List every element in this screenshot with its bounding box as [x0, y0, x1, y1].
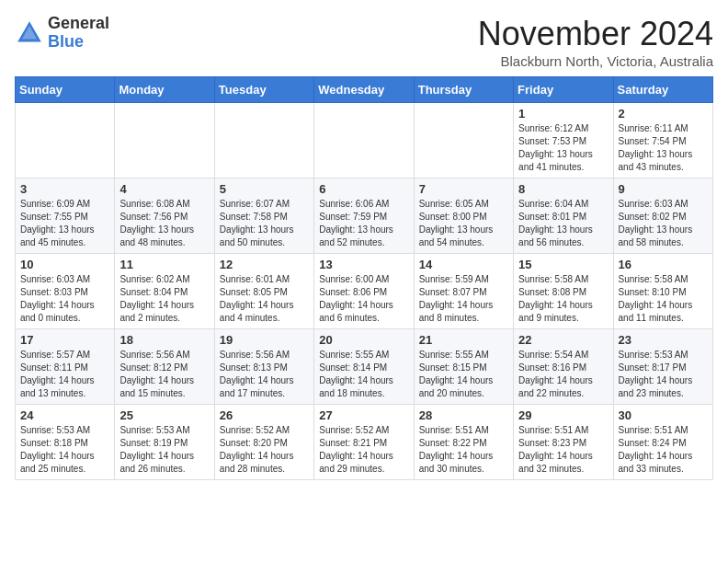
logo-text: General Blue [48, 15, 109, 52]
calendar-cell [314, 103, 414, 178]
day-number: 18 [119, 333, 209, 347]
calendar-body: 1Sunrise: 6:12 AM Sunset: 7:53 PM Daylig… [16, 103, 713, 480]
day-number: 13 [319, 258, 408, 271]
logo-general: General [48, 14, 109, 32]
calendar-cell: 18Sunrise: 5:56 AM Sunset: 8:12 PM Dayli… [115, 329, 214, 405]
calendar-week-row: 1Sunrise: 6:12 AM Sunset: 7:53 PM Daylig… [16, 103, 713, 178]
day-number: 14 [419, 258, 508, 271]
day-info: Sunrise: 5:56 AM Sunset: 8:12 PM Dayligh… [119, 349, 209, 400]
day-number: 4 [119, 182, 209, 196]
day-number: 1 [518, 107, 608, 121]
day-info: Sunrise: 6:01 AM Sunset: 8:05 PM Dayligh… [220, 273, 309, 325]
day-number: 25 [119, 408, 209, 422]
calendar-cell: 15Sunrise: 5:58 AM Sunset: 8:08 PM Dayli… [514, 254, 613, 329]
day-info: Sunrise: 5:58 AM Sunset: 8:08 PM Dayligh… [518, 273, 608, 325]
calendar-cell: 28Sunrise: 5:51 AM Sunset: 8:22 PM Dayli… [414, 405, 513, 480]
day-number: 6 [319, 182, 408, 196]
day-info: Sunrise: 6:04 AM Sunset: 8:01 PM Dayligh… [518, 198, 608, 249]
calendar-cell: 20Sunrise: 5:55 AM Sunset: 8:14 PM Dayli… [314, 329, 414, 405]
day-number: 12 [220, 258, 309, 271]
calendar-cell [115, 103, 214, 178]
day-info: Sunrise: 6:09 AM Sunset: 7:55 PM Dayligh… [20, 198, 109, 249]
calendar-cell: 25Sunrise: 5:53 AM Sunset: 8:19 PM Dayli… [115, 405, 214, 480]
calendar-header: SundayMondayTuesdayWednesdayThursdayFrid… [16, 77, 713, 103]
calendar-cell: 3Sunrise: 6:09 AM Sunset: 7:55 PM Daylig… [16, 178, 115, 254]
location: Blackburn North, Victoria, Australia [478, 53, 713, 69]
day-number: 16 [619, 258, 708, 271]
calendar-cell: 6Sunrise: 6:06 AM Sunset: 7:59 PM Daylig… [314, 178, 414, 254]
day-number: 27 [319, 408, 408, 422]
weekday-header: Sunday [16, 77, 115, 103]
day-number: 23 [619, 333, 708, 347]
weekday-header: Wednesday [314, 77, 414, 103]
day-number: 20 [319, 333, 408, 347]
calendar-week-row: 17Sunrise: 5:57 AM Sunset: 8:11 PM Dayli… [16, 329, 713, 405]
day-info: Sunrise: 5:58 AM Sunset: 8:10 PM Dayligh… [619, 273, 708, 325]
day-info: Sunrise: 6:03 AM Sunset: 8:03 PM Dayligh… [20, 273, 109, 325]
day-number: 30 [619, 408, 708, 422]
day-info: Sunrise: 5:59 AM Sunset: 8:07 PM Dayligh… [419, 273, 508, 325]
calendar-week-row: 24Sunrise: 5:53 AM Sunset: 8:18 PM Dayli… [16, 405, 713, 480]
day-number: 24 [20, 408, 109, 422]
day-number: 26 [220, 408, 309, 422]
calendar-cell: 22Sunrise: 5:54 AM Sunset: 8:16 PM Dayli… [514, 329, 613, 405]
weekday-header: Friday [514, 77, 613, 103]
day-info: Sunrise: 6:02 AM Sunset: 8:04 PM Dayligh… [119, 273, 209, 325]
calendar-week-row: 10Sunrise: 6:03 AM Sunset: 8:03 PM Dayli… [16, 254, 713, 329]
day-number: 29 [518, 408, 608, 422]
calendar-cell: 1Sunrise: 6:12 AM Sunset: 7:53 PM Daylig… [514, 103, 613, 178]
calendar-cell: 30Sunrise: 5:51 AM Sunset: 8:24 PM Dayli… [613, 405, 712, 480]
calendar-cell: 21Sunrise: 5:55 AM Sunset: 8:15 PM Dayli… [414, 329, 513, 405]
calendar-cell: 2Sunrise: 6:11 AM Sunset: 7:54 PM Daylig… [613, 103, 712, 178]
day-info: Sunrise: 6:08 AM Sunset: 7:56 PM Dayligh… [119, 198, 209, 249]
day-number: 15 [518, 258, 608, 271]
logo-blue: Blue [48, 32, 84, 51]
day-number: 5 [220, 182, 309, 196]
calendar-cell: 7Sunrise: 6:05 AM Sunset: 8:00 PM Daylig… [414, 178, 513, 254]
day-info: Sunrise: 5:53 AM Sunset: 8:19 PM Dayligh… [119, 424, 209, 476]
title-block: November 2024 Blackburn North, Victoria,… [478, 15, 713, 69]
logo-icon [15, 18, 44, 48]
day-info: Sunrise: 6:07 AM Sunset: 7:58 PM Dayligh… [220, 198, 309, 249]
calendar-cell: 4Sunrise: 6:08 AM Sunset: 7:56 PM Daylig… [115, 178, 214, 254]
day-number: 19 [220, 333, 309, 347]
calendar-cell: 9Sunrise: 6:03 AM Sunset: 8:02 PM Daylig… [613, 178, 712, 254]
day-info: Sunrise: 5:56 AM Sunset: 8:13 PM Dayligh… [220, 349, 309, 400]
logo: General Blue [15, 15, 109, 52]
calendar-cell: 13Sunrise: 6:00 AM Sunset: 8:06 PM Dayli… [314, 254, 414, 329]
calendar-cell: 27Sunrise: 5:52 AM Sunset: 8:21 PM Dayli… [314, 405, 414, 480]
day-info: Sunrise: 6:11 AM Sunset: 7:54 PM Dayligh… [619, 122, 708, 174]
calendar-cell: 19Sunrise: 5:56 AM Sunset: 8:13 PM Dayli… [214, 329, 313, 405]
calendar-week-row: 3Sunrise: 6:09 AM Sunset: 7:55 PM Daylig… [16, 178, 713, 254]
month-title: November 2024 [478, 15, 713, 53]
day-number: 17 [20, 333, 109, 347]
weekday-row: SundayMondayTuesdayWednesdayThursdayFrid… [16, 77, 713, 103]
day-info: Sunrise: 5:51 AM Sunset: 8:22 PM Dayligh… [419, 424, 508, 476]
day-number: 7 [419, 182, 508, 196]
page-header: General Blue November 2024 Blackburn Nor… [15, 15, 713, 69]
weekday-header: Thursday [414, 77, 513, 103]
calendar-cell: 5Sunrise: 6:07 AM Sunset: 7:58 PM Daylig… [214, 178, 313, 254]
day-number: 22 [518, 333, 608, 347]
calendar-cell: 14Sunrise: 5:59 AM Sunset: 8:07 PM Dayli… [414, 254, 513, 329]
day-number: 2 [619, 107, 708, 121]
calendar-cell: 8Sunrise: 6:04 AM Sunset: 8:01 PM Daylig… [514, 178, 613, 254]
calendar-cell: 29Sunrise: 5:51 AM Sunset: 8:23 PM Dayli… [514, 405, 613, 480]
calendar-cell: 17Sunrise: 5:57 AM Sunset: 8:11 PM Dayli… [16, 329, 115, 405]
day-info: Sunrise: 5:52 AM Sunset: 8:21 PM Dayligh… [319, 424, 408, 476]
calendar: SundayMondayTuesdayWednesdayThursdayFrid… [15, 76, 713, 480]
day-info: Sunrise: 5:54 AM Sunset: 8:16 PM Dayligh… [518, 349, 608, 400]
day-info: Sunrise: 6:00 AM Sunset: 8:06 PM Dayligh… [319, 273, 408, 325]
day-info: Sunrise: 5:51 AM Sunset: 8:24 PM Dayligh… [619, 424, 708, 476]
day-info: Sunrise: 6:12 AM Sunset: 7:53 PM Dayligh… [518, 122, 608, 174]
day-number: 8 [518, 182, 608, 196]
day-info: Sunrise: 6:05 AM Sunset: 8:00 PM Dayligh… [419, 198, 508, 249]
weekday-header: Monday [115, 77, 214, 103]
calendar-cell: 24Sunrise: 5:53 AM Sunset: 8:18 PM Dayli… [16, 405, 115, 480]
day-number: 28 [419, 408, 508, 422]
day-info: Sunrise: 6:06 AM Sunset: 7:59 PM Dayligh… [319, 198, 408, 249]
calendar-cell [16, 103, 115, 178]
day-info: Sunrise: 5:52 AM Sunset: 8:20 PM Dayligh… [220, 424, 309, 476]
day-info: Sunrise: 5:51 AM Sunset: 8:23 PM Dayligh… [518, 424, 608, 476]
day-number: 9 [619, 182, 708, 196]
